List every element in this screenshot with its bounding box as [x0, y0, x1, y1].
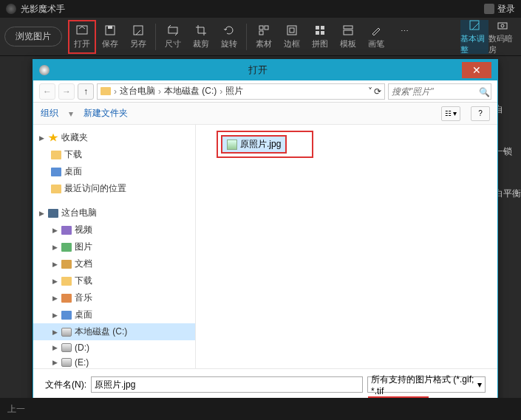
chevron-right-icon: › [158, 86, 161, 97]
assets-icon [257, 24, 270, 37]
nav-up-button[interactable]: ↑ [78, 83, 94, 100]
nav-tree[interactable]: ▶收藏夹 下载 桌面 最近访问的位置 ▶这台电脑 ▶视频 ▶图片 ▶文档 ▶下载… [33, 125, 196, 368]
tree-desktop2[interactable]: ▶桌面 [33, 306, 195, 323]
filename-input[interactable] [91, 376, 363, 393]
app-title: 光影魔术手 [21, 3, 65, 16]
toolbar-size[interactable]: 尺寸 [159, 20, 187, 54]
help-button[interactable]: ? [471, 106, 490, 121]
svg-rect-14 [344, 26, 353, 29]
login-button[interactable]: 登录 [484, 3, 515, 16]
file-item[interactable]: 原照片.jpg [221, 135, 287, 154]
tree-recent[interactable]: 最近访问的位置 [33, 180, 195, 197]
svg-rect-5 [259, 26, 263, 30]
toolbar-border[interactable]: 边框 [278, 20, 306, 54]
nav-forward-button[interactable]: → [58, 83, 75, 100]
dialog-title: 打开 [54, 63, 462, 77]
tree-pictures[interactable]: ▶图片 [33, 238, 195, 255]
toolbar-assets[interactable]: 素材 [250, 20, 278, 54]
nav-back-button[interactable]: ← [39, 83, 55, 100]
tree-documents[interactable]: ▶文档 [33, 255, 195, 272]
svg-rect-13 [321, 31, 324, 35]
label-oneclick: 一锁 [494, 145, 521, 158]
adjust-icon [468, 18, 481, 32]
organize-button[interactable]: 组织 [41, 107, 58, 120]
tree-computer[interactable]: ▶这台电脑 [33, 204, 195, 221]
toolbar-brush[interactable]: 画笔 [362, 20, 390, 54]
refresh-icon[interactable]: ⟳ [374, 86, 381, 97]
folder-icon [51, 151, 61, 159]
search-box[interactable]: 🔍 [388, 83, 491, 100]
svg-rect-9 [290, 28, 294, 32]
toolbar-saveas[interactable]: 另存 [124, 20, 152, 54]
disk-icon [61, 328, 72, 337]
filter-value: 所有支持的图片格式 (*.gif; *.tif [371, 373, 477, 396]
crumb-folder[interactable]: 照片 [225, 85, 243, 97]
open-icon [75, 24, 89, 37]
file-name: 原照片.jpg [240, 138, 281, 151]
file-filter-select[interactable]: 所有支持的图片格式 (*.gif; *.tif ▾ [367, 376, 486, 393]
image-icon [61, 243, 72, 252]
svg-rect-4 [168, 27, 177, 33]
rotate-icon [222, 24, 236, 37]
save-icon [103, 24, 117, 37]
size-icon [166, 24, 180, 37]
image-file-icon [227, 140, 237, 150]
folder-icon [101, 87, 111, 95]
dialog-toolbar: 组织 ▾ 新建文件夹 ☷ ▾ ? [33, 103, 497, 125]
prev-button[interactable]: 上一 [7, 403, 25, 416]
close-button[interactable]: ✕ [462, 62, 491, 78]
app-titlebar: 光影魔术手 登录 [0, 0, 521, 18]
svg-rect-17 [498, 23, 507, 29]
tree-music[interactable]: ▶音乐 [33, 289, 195, 306]
music-icon [61, 294, 72, 303]
crumb-computer[interactable]: 这台电脑 [120, 85, 155, 97]
tree-cdrive[interactable]: ▶本地磁盘 (C:) [33, 323, 195, 340]
toolbar-open[interactable]: 打开 [68, 20, 96, 54]
search-icon: 🔍 [479, 87, 488, 96]
breadcrumb[interactable]: › 这台电脑 › 本地磁盘 (C:) › 照片 ˅ ⟳ [97, 83, 385, 100]
status-bar: 上一 [0, 398, 521, 420]
template-icon [341, 24, 355, 37]
right-panel: 自 一锁 白平衡 [494, 103, 521, 200]
tree-ddrive[interactable]: ▶(D:) [33, 340, 195, 355]
star-icon [48, 134, 58, 142]
open-dialog: 打开 ✕ ← → ↑ › 这台电脑 › 本地磁盘 (C:) › 照片 ˅ ⟳ 🔍… [33, 59, 498, 413]
tree-downloads[interactable]: 下载 [33, 146, 195, 163]
recent-icon [51, 185, 61, 193]
document-icon [61, 260, 72, 269]
view-mode-button[interactable]: ☷ ▾ [441, 106, 460, 121]
chevron-down-icon[interactable]: ˅ [368, 86, 372, 97]
svg-rect-10 [316, 26, 319, 30]
tree-favorites[interactable]: ▶收藏夹 [33, 129, 195, 146]
browse-button[interactable]: 浏览图片 [4, 27, 62, 47]
svg-rect-16 [470, 21, 479, 30]
label-whitebalance: 白平衡 [494, 187, 521, 200]
new-folder-button[interactable]: 新建文件夹 [84, 107, 128, 120]
tree-edrive[interactable]: ▶(E:) [33, 355, 195, 368]
svg-rect-6 [265, 26, 268, 30]
toolbar-basic-adjust[interactable]: 基本调整 [460, 20, 488, 54]
svg-rect-0 [77, 26, 87, 34]
search-input[interactable] [392, 86, 479, 97]
crumb-cdrive[interactable]: 本地磁盘 (C:) [164, 85, 217, 97]
avatar-icon [484, 4, 494, 14]
chevron-down-icon: ▾ [477, 379, 482, 390]
toolbar-collage[interactable]: 拼图 [306, 20, 334, 54]
border-icon [285, 24, 299, 37]
toolbar-save[interactable]: 保存 [96, 20, 124, 54]
filename-label: 文件名(N): [45, 379, 86, 391]
toolbar-more[interactable]: ⋯ [390, 20, 418, 54]
tree-videos[interactable]: ▶视频 [33, 221, 195, 238]
toolbar-rotate[interactable]: 旋转 [215, 20, 243, 54]
tree-downloads2[interactable]: ▶下载 [33, 272, 195, 289]
svg-rect-2 [108, 26, 112, 29]
label-auto: 自 [494, 103, 521, 116]
brush-icon [370, 24, 383, 37]
camera-icon [496, 18, 509, 32]
toolbar-darkroom[interactable]: 数码暗房 [488, 20, 517, 54]
desktop-icon [51, 168, 61, 176]
toolbar-crop[interactable]: 裁剪 [187, 20, 215, 54]
toolbar-template[interactable]: 模板 [334, 20, 362, 54]
file-list[interactable]: 原照片.jpg [196, 125, 497, 368]
tree-desktop[interactable]: 桌面 [33, 163, 195, 180]
